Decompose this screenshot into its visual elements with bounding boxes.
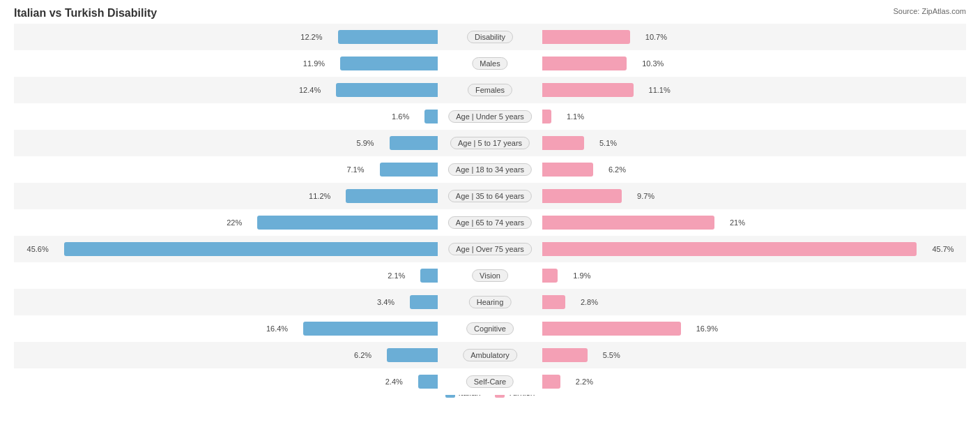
value-italian: 3.4% [377,298,395,306]
bar-label: Age | 65 to 74 years [448,216,532,229]
bar-label: Cognitive [466,322,514,335]
value-turkish: 1.9% [573,271,590,280]
bar-italian [380,163,438,177]
value-italian: 45.6% [27,245,49,253]
bar-label: Age | 5 to 17 years [450,137,530,149]
bar-label: Vision [472,269,508,282]
chart-row: Age | 35 to 64 years11.2%9.7% [14,183,966,209]
bar-turkish [542,322,681,336]
value-turkish: 16.9% [696,324,718,333]
chart-row: Age | 65 to 74 years22%21% [14,209,966,236]
value-italian: 6.2% [354,351,372,359]
chart-row: Cognitive16.4%16.9% [14,315,966,342]
bar-turkish [542,375,560,389]
chart-row: Disability12.2%10.7% [14,24,966,50]
bar-italian [338,30,438,44]
source-label: Source: ZipAtlas.com [893,7,966,15]
bar-turkish [542,269,558,283]
bar-turkish [542,348,588,362]
bar-italian [418,375,438,389]
bar-italian [346,189,438,203]
value-italian: 11.9% [303,59,325,68]
bar-italian [303,322,438,336]
chart-container: Italian vs Turkish Disability Source: Zi… [0,0,980,427]
value-turkish: 21% [730,218,745,227]
bar-turkish [542,163,593,177]
value-turkish: 5.1% [599,139,617,147]
bar-italian [387,348,438,362]
value-italian: 11.2% [309,192,330,200]
bar-label: Age | 18 to 34 years [448,163,532,176]
bar-turkish [542,242,917,256]
bar-label: Ambulatory [463,349,517,361]
bar-italian [257,216,438,230]
value-turkish: 2.8% [581,298,598,306]
value-italian: 2.1% [388,271,405,280]
bar-italian [390,136,438,150]
bar-label: Age | Over 75 years [448,243,532,255]
value-italian: 7.1% [346,165,364,174]
value-italian: 16.4% [266,324,288,333]
chart-row: Ambulatory6.2%5.5% [14,342,966,368]
bar-label: Self-Care [466,375,514,388]
chart-row: Self-Care2.4%2.2% [14,368,966,395]
bar-label: Hearing [469,296,512,308]
bar-italian [420,269,438,283]
value-turkish: 11.1% [649,86,671,94]
value-turkish: 6.2% [608,165,626,174]
bar-italian [336,83,438,97]
chart-row: Vision2.1%1.9% [14,262,966,289]
chart-row: Age | Under 5 years1.6%1.1% [14,103,966,130]
value-turkish: 2.2% [576,377,593,386]
value-turkish: 9.7% [637,192,654,200]
value-turkish: 5.5% [603,351,620,359]
chart-title: Italian vs Turkish Disability [14,7,966,20]
bar-turkish [542,57,627,70]
value-turkish: 10.7% [645,33,667,41]
value-turkish: 45.7% [932,245,954,253]
chart-row: Age | Over 75 years45.6%45.7% [14,236,966,262]
value-italian: 2.4% [385,377,403,386]
chart-row: Females12.4%11.1% [14,77,966,103]
bar-turkish [542,216,714,230]
value-italian: 5.9% [357,139,374,147]
value-italian: 22% [227,218,242,227]
bar-italian [340,57,438,70]
bar-label: Females [468,84,512,96]
value-turkish: 10.3% [642,59,664,68]
value-italian: 1.6% [392,112,409,121]
bar-turkish [542,30,630,44]
chart-area: Disability12.2%10.7%Males11.9%10.3%Femal… [14,24,966,374]
chart-row: Age | 5 to 17 years5.9%5.1% [14,130,966,156]
bar-label: Age | Under 5 years [448,110,532,123]
bar-italian [410,295,438,309]
bar-italian [64,242,438,256]
bar-italian [424,110,438,123]
bar-turkish [542,136,584,150]
bar-turkish [542,295,565,309]
value-italian: 12.4% [299,86,321,94]
bar-label: Age | 35 to 64 years [448,190,532,202]
bar-turkish [542,110,551,123]
bar-turkish [542,83,634,97]
chart-row: Males11.9%10.3% [14,50,966,77]
value-turkish: 1.1% [567,112,584,121]
value-italian: 12.2% [300,33,322,41]
bar-label: Disability [467,31,513,43]
chart-row: Hearing3.4%2.8% [14,289,966,315]
chart-row: Age | 18 to 34 years7.1%6.2% [14,156,966,183]
bar-label: Males [472,57,507,70]
bar-turkish [542,189,622,203]
